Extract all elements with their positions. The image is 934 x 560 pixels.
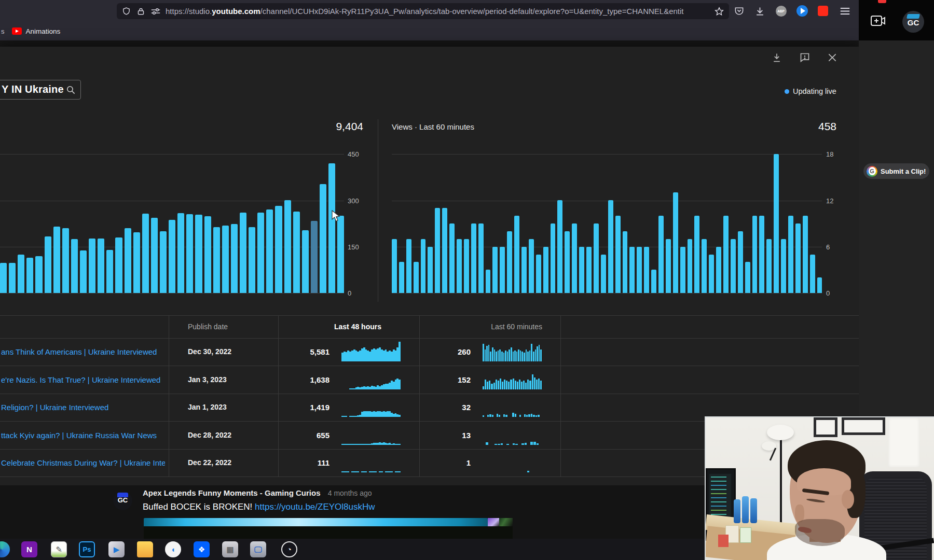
- video-helper-icon[interactable]: [793, 2, 811, 20]
- obs-icon[interactable]: ◔: [281, 541, 297, 557]
- chart-bar[interactable]: [266, 209, 273, 293]
- chart-bar[interactable]: [115, 237, 122, 293]
- chart-bar[interactable]: [62, 228, 69, 293]
- chart-bar[interactable]: [26, 258, 33, 293]
- chart-bar[interactable]: [186, 214, 193, 293]
- close-icon[interactable]: [825, 50, 840, 65]
- chart-bar[interactable]: [565, 231, 570, 293]
- chart-bar[interactable]: [551, 223, 556, 293]
- record-icon[interactable]: [814, 2, 832, 20]
- chart-bar[interactable]: [723, 216, 729, 293]
- menu-icon[interactable]: [836, 2, 854, 20]
- chart-bar[interactable]: [629, 247, 635, 293]
- chart-bar[interactable]: [745, 262, 750, 293]
- chart-bar[interactable]: [680, 247, 685, 293]
- url-text[interactable]: https://studio.youtube.com/channel/UCUHx…: [166, 7, 715, 16]
- chart-bar[interactable]: [688, 239, 693, 293]
- chart-bar[interactable]: [133, 232, 140, 293]
- chart-bar[interactable]: [738, 231, 743, 293]
- bookmark-fragment[interactable]: s: [1, 27, 5, 35]
- chart-bar[interactable]: [284, 200, 291, 293]
- chart-bar[interactable]: [514, 216, 519, 293]
- chart-48h-bars[interactable]: [0, 154, 344, 293]
- chart-bar[interactable]: [151, 218, 158, 293]
- chart-bar[interactable]: [601, 255, 606, 293]
- table-row[interactable]: ans Think of Americans | Ukraine Intervi…: [0, 338, 859, 366]
- add-camera-icon[interactable]: [870, 15, 886, 27]
- download-report-icon[interactable]: [769, 50, 785, 65]
- chart-bar[interactable]: [240, 213, 246, 293]
- chart-bar[interactable]: [486, 270, 491, 293]
- chart-bar[interactable]: [788, 216, 793, 293]
- chart-bar[interactable]: [222, 226, 229, 293]
- bookmark-animations[interactable]: Animations: [26, 27, 61, 35]
- dropbox-icon[interactable]: ❖: [194, 541, 210, 557]
- chart-bar[interactable]: [810, 255, 815, 293]
- photoshop-icon[interactable]: Ps: [79, 541, 95, 557]
- chart-bar[interactable]: [500, 247, 505, 293]
- chart-bar[interactable]: [177, 213, 184, 293]
- chart-bar[interactable]: [428, 247, 433, 293]
- chart-bar[interactable]: [213, 227, 220, 293]
- chart-bar[interactable]: [471, 223, 476, 293]
- chart-bar[interactable]: [637, 247, 642, 293]
- chart-bar[interactable]: [106, 250, 113, 293]
- col-header-last-48-hours[interactable]: Last 48 hours: [270, 315, 381, 338]
- chart-bar[interactable]: [752, 216, 758, 293]
- submit-clip-button[interactable]: Submit a Clip!: [863, 163, 929, 179]
- chart-bar[interactable]: [18, 255, 24, 293]
- chart-bar[interactable]: [320, 184, 326, 293]
- chart-bar[interactable]: [557, 200, 562, 293]
- video-title-link[interactable]: e're Nazis. Is That True? | Ukraine Inte…: [1, 366, 165, 394]
- chart-bar[interactable]: [195, 215, 202, 293]
- address-bar[interactable]: https://studio.youtube.com/channel/UCUHx…: [117, 3, 729, 19]
- chart-bar[interactable]: [795, 223, 801, 293]
- chart-bar[interactable]: [644, 247, 649, 293]
- chart-bar[interactable]: [442, 208, 447, 293]
- col-header-publish-date[interactable]: Publish date: [188, 315, 228, 338]
- video-title-link[interactable]: Celebrate Christmas During War? | Ukrain…: [1, 449, 165, 477]
- chart-bar[interactable]: [759, 216, 764, 293]
- chart-bar[interactable]: [716, 247, 721, 293]
- video-thumbnail-top[interactable]: [144, 518, 488, 526]
- chart-bar[interactable]: [464, 239, 469, 293]
- comment-link[interactable]: https://youtu.be/ZEYOl8uskHw: [255, 502, 375, 512]
- chart-bar[interactable]: [160, 231, 167, 293]
- chart-bar[interactable]: [9, 263, 16, 293]
- chart-bar[interactable]: [35, 256, 42, 293]
- chart-bar[interactable]: [529, 239, 534, 293]
- chart-bar[interactable]: [249, 227, 255, 293]
- col-header-last-60-minutes[interactable]: Last 60 minutes: [411, 315, 542, 338]
- chart-bar[interactable]: [774, 154, 779, 293]
- chart-bar[interactable]: [536, 255, 541, 293]
- table-row[interactable]: e're Nazis. Is That True? | Ukraine Inte…: [0, 366, 859, 394]
- chart-60min-bars[interactable]: [392, 154, 822, 293]
- chart-bar[interactable]: [623, 231, 628, 293]
- remote-desktop-icon[interactable]: 🖵: [250, 541, 266, 557]
- chart-bar[interactable]: [142, 214, 149, 293]
- chart-bar[interactable]: [666, 239, 671, 293]
- notes-icon[interactable]: ✎: [51, 541, 67, 557]
- chart-bar[interactable]: [71, 239, 78, 293]
- chart-bar[interactable]: [204, 216, 211, 293]
- chart-bar[interactable]: [89, 239, 95, 293]
- chart-bar[interactable]: [328, 163, 335, 293]
- chart-bar[interactable]: [586, 247, 592, 293]
- chart-bar[interactable]: [817, 277, 822, 293]
- chart-bar[interactable]: [651, 270, 656, 293]
- chart-bar[interactable]: [803, 216, 808, 293]
- video-title-link[interactable]: Religion? | Ukraine Interviewed: [1, 394, 165, 421]
- app-circle-icon[interactable]: ◖: [165, 541, 181, 557]
- chart-bar[interactable]: [615, 216, 621, 293]
- chart-bar[interactable]: [80, 250, 87, 293]
- chart-bar[interactable]: [521, 247, 527, 293]
- chart-bar[interactable]: [457, 239, 462, 293]
- chart-bar[interactable]: [492, 247, 498, 293]
- chart-bar[interactable]: [435, 208, 440, 293]
- adblock-icon[interactable]: ABP: [772, 2, 790, 20]
- chart-bar[interactable]: [702, 239, 707, 293]
- chart-bar[interactable]: [392, 239, 397, 293]
- chart-bar[interactable]: [293, 212, 300, 293]
- chart-bar[interactable]: [169, 220, 175, 293]
- feedback-icon[interactable]: [797, 50, 813, 65]
